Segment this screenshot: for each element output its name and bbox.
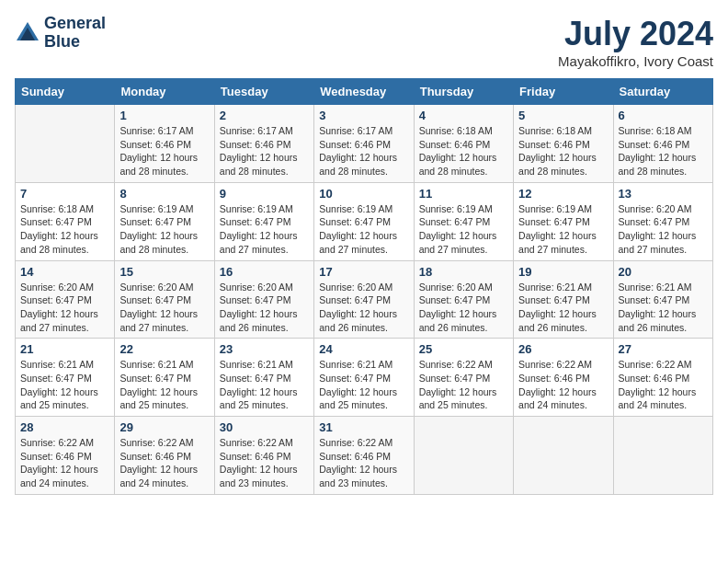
calendar-cell xyxy=(613,417,712,495)
logo-icon xyxy=(15,20,40,46)
day-number: 15 xyxy=(119,265,209,279)
day-number: 21 xyxy=(20,342,109,356)
calendar-cell: 25Sunrise: 6:22 AMSunset: 6:47 PMDayligh… xyxy=(414,339,513,417)
calendar-cell: 22Sunrise: 6:21 AMSunset: 6:47 PMDayligh… xyxy=(115,339,214,417)
calendar-cell: 21Sunrise: 6:21 AMSunset: 6:47 PMDayligh… xyxy=(16,339,115,417)
day-number: 7 xyxy=(20,187,109,201)
day-number: 31 xyxy=(319,420,408,434)
calendar-cell: 11Sunrise: 6:19 AMSunset: 6:47 PMDayligh… xyxy=(414,182,513,260)
calendar-cell: 4Sunrise: 6:18 AMSunset: 6:46 PMDaylight… xyxy=(414,105,513,183)
calendar-cell: 15Sunrise: 6:20 AMSunset: 6:47 PMDayligh… xyxy=(115,260,214,339)
day-number: 13 xyxy=(619,187,708,201)
calendar-cell: 6Sunrise: 6:18 AMSunset: 6:46 PMDaylight… xyxy=(613,105,712,183)
day-number: 30 xyxy=(220,420,309,434)
cell-content: Sunrise: 6:20 AMSunset: 6:47 PMDaylight:… xyxy=(319,281,408,335)
calendar-cell: 5Sunrise: 6:18 AMSunset: 6:46 PMDaylight… xyxy=(514,105,613,183)
cell-content: Sunrise: 6:21 AMSunset: 6:47 PMDaylight:… xyxy=(119,358,209,412)
calendar-cell: 31Sunrise: 6:22 AMSunset: 6:46 PMDayligh… xyxy=(314,417,414,495)
calendar-cell: 14Sunrise: 6:20 AMSunset: 6:47 PMDayligh… xyxy=(16,260,115,339)
column-header-tuesday: Tuesday xyxy=(214,79,313,105)
calendar-cell: 29Sunrise: 6:22 AMSunset: 6:46 PMDayligh… xyxy=(115,417,214,495)
cell-content: Sunrise: 6:19 AMSunset: 6:47 PMDaylight:… xyxy=(220,202,309,257)
week-row-1: 1Sunrise: 6:17 AMSunset: 6:46 PMDaylight… xyxy=(16,105,713,183)
logo-text: General Blue xyxy=(44,15,106,52)
calendar-cell: 13Sunrise: 6:20 AMSunset: 6:47 PMDayligh… xyxy=(613,182,712,260)
cell-content: Sunrise: 6:17 AMSunset: 6:46 PMDaylight:… xyxy=(119,124,209,178)
calendar-cell: 9Sunrise: 6:19 AMSunset: 6:47 PMDaylight… xyxy=(214,182,313,260)
day-number: 9 xyxy=(220,187,309,201)
day-number: 27 xyxy=(619,342,708,356)
day-number: 20 xyxy=(619,265,708,279)
cell-content: Sunrise: 6:21 AMSunset: 6:47 PMDaylight:… xyxy=(20,358,109,412)
day-number: 17 xyxy=(319,265,408,279)
title-block: July 2024 Mayakoffikro, Ivory Coast xyxy=(558,15,713,69)
cell-content: Sunrise: 6:21 AMSunset: 6:47 PMDaylight:… xyxy=(319,358,408,412)
day-number: 18 xyxy=(419,265,508,279)
calendar-cell xyxy=(16,105,115,183)
cell-content: Sunrise: 6:20 AMSunset: 6:47 PMDaylight:… xyxy=(220,281,309,335)
calendar-cell: 20Sunrise: 6:21 AMSunset: 6:47 PMDayligh… xyxy=(613,260,712,339)
calendar-cell: 8Sunrise: 6:19 AMSunset: 6:47 PMDaylight… xyxy=(115,182,214,260)
cell-content: Sunrise: 6:18 AMSunset: 6:46 PMDaylight:… xyxy=(518,124,608,178)
cell-content: Sunrise: 6:22 AMSunset: 6:47 PMDaylight:… xyxy=(419,358,508,412)
month-title: July 2024 xyxy=(558,15,713,53)
column-header-monday: Monday xyxy=(115,79,214,105)
cell-content: Sunrise: 6:18 AMSunset: 6:47 PMDaylight:… xyxy=(20,202,109,257)
week-row-2: 7Sunrise: 6:18 AMSunset: 6:47 PMDaylight… xyxy=(16,182,713,260)
day-number: 12 xyxy=(518,187,608,201)
column-header-friday: Friday xyxy=(514,79,613,105)
logo: General Blue xyxy=(15,15,106,52)
calendar-cell: 18Sunrise: 6:20 AMSunset: 6:47 PMDayligh… xyxy=(414,260,513,339)
cell-content: Sunrise: 6:19 AMSunset: 6:47 PMDaylight:… xyxy=(518,202,608,257)
cell-content: Sunrise: 6:22 AMSunset: 6:46 PMDaylight:… xyxy=(619,358,708,412)
cell-content: Sunrise: 6:22 AMSunset: 6:46 PMDaylight:… xyxy=(220,436,309,490)
cell-content: Sunrise: 6:17 AMSunset: 6:46 PMDaylight:… xyxy=(220,124,309,178)
cell-content: Sunrise: 6:19 AMSunset: 6:47 PMDaylight:… xyxy=(119,202,209,257)
cell-content: Sunrise: 6:20 AMSunset: 6:47 PMDaylight:… xyxy=(119,281,209,335)
cell-content: Sunrise: 6:20 AMSunset: 6:47 PMDaylight:… xyxy=(619,202,708,257)
day-number: 8 xyxy=(119,187,209,201)
calendar-cell: 30Sunrise: 6:22 AMSunset: 6:46 PMDayligh… xyxy=(214,417,313,495)
day-number: 14 xyxy=(20,265,109,279)
cell-content: Sunrise: 6:17 AMSunset: 6:46 PMDaylight:… xyxy=(319,124,408,178)
day-number: 1 xyxy=(119,109,209,122)
calendar-cell: 17Sunrise: 6:20 AMSunset: 6:47 PMDayligh… xyxy=(314,260,414,339)
calendar-cell: 26Sunrise: 6:22 AMSunset: 6:46 PMDayligh… xyxy=(514,339,613,417)
week-row-3: 14Sunrise: 6:20 AMSunset: 6:47 PMDayligh… xyxy=(16,260,713,339)
calendar-cell xyxy=(514,417,613,495)
week-row-5: 28Sunrise: 6:22 AMSunset: 6:46 PMDayligh… xyxy=(16,417,713,495)
location: Mayakoffikro, Ivory Coast xyxy=(558,53,713,69)
day-number: 26 xyxy=(518,342,608,356)
day-number: 5 xyxy=(518,109,608,122)
day-number: 2 xyxy=(220,109,309,122)
day-number: 10 xyxy=(319,187,408,201)
calendar-cell: 27Sunrise: 6:22 AMSunset: 6:46 PMDayligh… xyxy=(613,339,712,417)
day-number: 6 xyxy=(619,109,708,122)
column-header-saturday: Saturday xyxy=(613,79,712,105)
column-header-thursday: Thursday xyxy=(414,79,513,105)
day-number: 22 xyxy=(119,342,209,356)
cell-content: Sunrise: 6:19 AMSunset: 6:47 PMDaylight:… xyxy=(419,202,508,257)
calendar-cell: 28Sunrise: 6:22 AMSunset: 6:46 PMDayligh… xyxy=(16,417,115,495)
cell-content: Sunrise: 6:18 AMSunset: 6:46 PMDaylight:… xyxy=(419,124,508,178)
calendar-cell: 1Sunrise: 6:17 AMSunset: 6:46 PMDaylight… xyxy=(115,105,214,183)
calendar-cell: 24Sunrise: 6:21 AMSunset: 6:47 PMDayligh… xyxy=(314,339,414,417)
day-number: 24 xyxy=(319,342,408,356)
cell-content: Sunrise: 6:20 AMSunset: 6:47 PMDaylight:… xyxy=(20,281,109,335)
page-header: General Blue July 2024 Mayakoffikro, Ivo… xyxy=(15,15,713,69)
day-number: 29 xyxy=(119,420,209,434)
calendar-cell: 19Sunrise: 6:21 AMSunset: 6:47 PMDayligh… xyxy=(514,260,613,339)
calendar-cell: 10Sunrise: 6:19 AMSunset: 6:47 PMDayligh… xyxy=(314,182,414,260)
day-number: 11 xyxy=(419,187,508,201)
cell-content: Sunrise: 6:21 AMSunset: 6:47 PMDaylight:… xyxy=(619,281,708,335)
week-row-4: 21Sunrise: 6:21 AMSunset: 6:47 PMDayligh… xyxy=(16,339,713,417)
cell-content: Sunrise: 6:22 AMSunset: 6:46 PMDaylight:… xyxy=(319,436,408,490)
cell-content: Sunrise: 6:20 AMSunset: 6:47 PMDaylight:… xyxy=(419,281,508,335)
cell-content: Sunrise: 6:22 AMSunset: 6:46 PMDaylight:… xyxy=(20,436,109,490)
cell-content: Sunrise: 6:22 AMSunset: 6:46 PMDaylight:… xyxy=(518,358,608,412)
column-header-wednesday: Wednesday xyxy=(314,79,414,105)
day-number: 19 xyxy=(518,265,608,279)
day-number: 4 xyxy=(419,109,508,122)
cell-content: Sunrise: 6:18 AMSunset: 6:46 PMDaylight:… xyxy=(619,124,708,178)
day-number: 3 xyxy=(319,109,408,122)
